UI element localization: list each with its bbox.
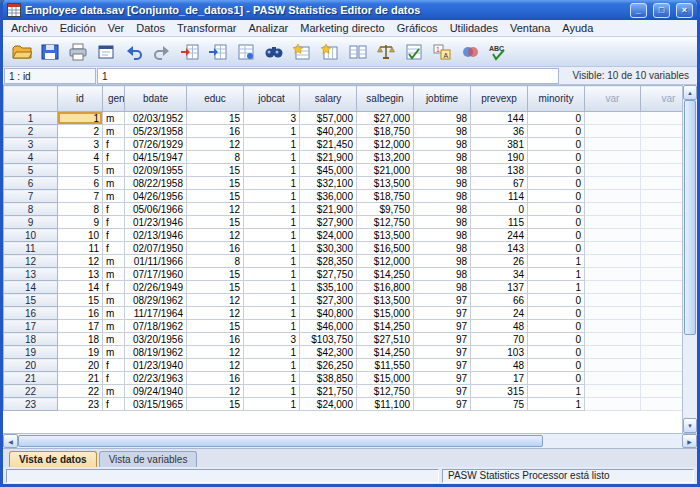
cell[interactable]: 8 — [58, 203, 103, 216]
cell[interactable]: 1 — [244, 385, 300, 398]
horizontal-scroll-thumb[interactable] — [18, 435, 543, 447]
cell[interactable]: 98 — [414, 281, 471, 294]
cell[interactable]: 15 — [187, 112, 244, 125]
cell-var[interactable] — [585, 125, 641, 138]
cell[interactable]: 02/13/1946 — [125, 229, 187, 242]
cell-var[interactable] — [585, 138, 641, 151]
cell[interactable]: 103 — [471, 346, 528, 359]
cell[interactable]: $21,000 — [357, 164, 414, 177]
cell[interactable]: 98 — [414, 268, 471, 281]
cell[interactable]: 1 — [528, 385, 585, 398]
cell[interactable]: m — [103, 385, 125, 398]
cell[interactable]: 9 — [58, 216, 103, 229]
cell[interactable]: 15 — [187, 190, 244, 203]
row-number[interactable]: 7 — [4, 190, 58, 203]
cell[interactable]: f — [103, 203, 125, 216]
cell[interactable]: 98 — [414, 125, 471, 138]
cell[interactable]: $21,900 — [300, 203, 357, 216]
close-button[interactable]: × — [676, 3, 693, 18]
cell-var[interactable] — [641, 216, 683, 229]
menu-graficos[interactable]: Gráficos — [391, 21, 444, 35]
cell[interactable]: 3 — [58, 138, 103, 151]
use-variable-sets-icon[interactable] — [457, 40, 482, 64]
cell[interactable]: 17 — [58, 320, 103, 333]
cell[interactable]: 02/03/1952 — [125, 112, 187, 125]
cell[interactable]: 15 — [187, 164, 244, 177]
cell[interactable]: 0 — [528, 216, 585, 229]
cell[interactable]: 02/23/1963 — [125, 372, 187, 385]
cell[interactable]: 97 — [414, 294, 471, 307]
cell[interactable]: 17 — [471, 372, 528, 385]
cell-var[interactable] — [585, 255, 641, 268]
cell[interactable]: $26,250 — [300, 359, 357, 372]
grid-corner[interactable] — [4, 86, 58, 112]
cell-var[interactable] — [585, 177, 641, 190]
cell[interactable]: 0 — [528, 138, 585, 151]
cell-var[interactable] — [641, 372, 683, 385]
row-number[interactable]: 21 — [4, 372, 58, 385]
save-icon[interactable] — [37, 40, 62, 64]
cell[interactable]: 1 — [244, 294, 300, 307]
cell[interactable]: 114 — [471, 190, 528, 203]
cell[interactable]: 137 — [471, 281, 528, 294]
cell[interactable]: 98 — [414, 177, 471, 190]
cell[interactable]: $12,750 — [357, 216, 414, 229]
row-number[interactable]: 9 — [4, 216, 58, 229]
cell-var[interactable] — [641, 255, 683, 268]
cell[interactable]: 12 — [187, 359, 244, 372]
cell[interactable]: 05/23/1958 — [125, 125, 187, 138]
cell[interactable]: $9,750 — [357, 203, 414, 216]
cell[interactable]: m — [103, 177, 125, 190]
undo-icon[interactable] — [121, 40, 146, 64]
cell[interactable]: 0 — [528, 242, 585, 255]
cell-var[interactable] — [641, 307, 683, 320]
cell[interactable]: 07/17/1960 — [125, 268, 187, 281]
goto-case-icon[interactable] — [177, 40, 202, 64]
cell-editor-input[interactable]: 1 — [97, 68, 559, 84]
cell[interactable]: 04/15/1947 — [125, 151, 187, 164]
cell[interactable]: 3 — [244, 112, 300, 125]
vertical-scrollbar[interactable]: ▲ ▼ — [682, 85, 697, 433]
cell[interactable]: 70 — [471, 333, 528, 346]
cell[interactable]: 02/26/1949 — [125, 281, 187, 294]
cell[interactable]: 1 — [244, 190, 300, 203]
menu-ventana[interactable]: Ventana — [504, 21, 556, 35]
cell[interactable]: 36 — [471, 125, 528, 138]
variables-icon[interactable] — [233, 40, 258, 64]
row-number[interactable]: 2 — [4, 125, 58, 138]
cell-var[interactable] — [585, 372, 641, 385]
cell[interactable]: 98 — [414, 112, 471, 125]
cell[interactable]: $57,000 — [300, 112, 357, 125]
cell[interactable]: 12 — [58, 255, 103, 268]
cell[interactable]: $24,000 — [300, 229, 357, 242]
cell[interactable]: 1 — [244, 398, 300, 411]
cell[interactable]: $27,900 — [300, 216, 357, 229]
cell[interactable]: 97 — [414, 320, 471, 333]
cell[interactable]: 5 — [58, 164, 103, 177]
cell[interactable]: $16,800 — [357, 281, 414, 294]
cell-var[interactable] — [641, 320, 683, 333]
cell[interactable]: 16 — [187, 333, 244, 346]
col-header-salbegin[interactable]: salbegin — [357, 86, 414, 112]
cell-var[interactable] — [641, 229, 683, 242]
cell[interactable]: 1 — [244, 203, 300, 216]
col-header-jobtime[interactable]: jobtime — [414, 86, 471, 112]
menu-ver[interactable]: Ver — [102, 21, 131, 35]
cell[interactable]: 16 — [58, 307, 103, 320]
cell[interactable]: 12 — [187, 307, 244, 320]
cell[interactable]: 07/26/1929 — [125, 138, 187, 151]
cell[interactable]: 0 — [528, 203, 585, 216]
cell[interactable]: 97 — [414, 372, 471, 385]
cell[interactable]: $13,500 — [357, 294, 414, 307]
cell[interactable]: $11,100 — [357, 398, 414, 411]
cell[interactable]: 12 — [187, 294, 244, 307]
cell-var[interactable] — [585, 151, 641, 164]
cell[interactable]: 98 — [414, 138, 471, 151]
cell[interactable]: $42,300 — [300, 346, 357, 359]
cell-var[interactable] — [641, 385, 683, 398]
cell-var[interactable] — [585, 216, 641, 229]
cell[interactable]: m — [103, 190, 125, 203]
cell[interactable]: f — [103, 359, 125, 372]
cell[interactable]: 98 — [414, 151, 471, 164]
cell[interactable]: 15 — [187, 268, 244, 281]
